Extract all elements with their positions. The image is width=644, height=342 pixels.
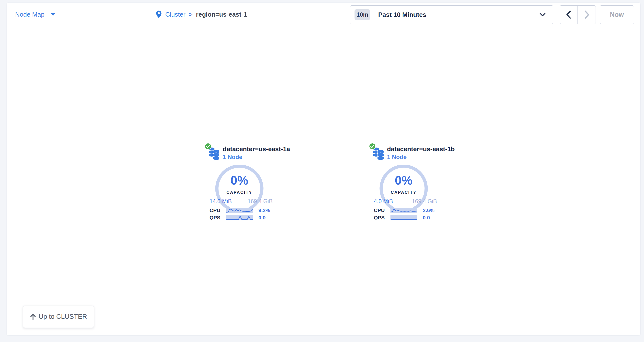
capacity-gauge-ring[interactable] [378, 165, 429, 214]
breadcrumb-separator: > [189, 11, 192, 18]
arrow-up-icon [30, 314, 36, 320]
cpu-metric-row: CPU 9.2% [210, 207, 270, 213]
capacity-total: 169.4 GiB [248, 198, 272, 205]
qps-metric-row: QPS 0.0 [374, 215, 430, 221]
cpu-sparkline [226, 208, 253, 213]
cpu-metric-row: CPU 2.6% [374, 207, 434, 213]
header-bar: Node Map Cluster > region=us-east-1 10m … [6, 3, 640, 26]
capacity-percent: 0% [195, 174, 283, 187]
capacity-gauge-ring[interactable] [214, 165, 265, 214]
caret-down-icon [51, 13, 55, 16]
up-to-cluster-button[interactable]: Up to CLUSTER [23, 306, 94, 328]
view-selector-dropdown[interactable]: Node Map [15, 3, 55, 26]
datacenter-title: datacenter=us-east-1b [387, 145, 455, 153]
capacity-label: CAPACITY [195, 190, 283, 195]
location-pin-icon [156, 10, 162, 18]
datacenter-node-count[interactable]: 1 Node [387, 154, 406, 160]
cpu-value: 2.6% [423, 207, 434, 213]
capacity-used: 14.0 MiB [210, 198, 232, 205]
capacity-used: 4.0 MiB [374, 198, 393, 205]
time-step-back-button[interactable] [560, 5, 578, 24]
chevron-right-icon [584, 10, 590, 19]
healthy-check-icon [205, 143, 212, 150]
capacity-label: CAPACITY [360, 190, 448, 195]
cpu-sparkline [390, 208, 417, 213]
qps-sparkline [390, 215, 417, 220]
capacity-percent: 0% [360, 174, 448, 187]
time-range-dropdown[interactable]: 10m Past 10 Minutes [350, 5, 553, 24]
breadcrumb: Cluster > region=us-east-1 [156, 3, 247, 26]
breadcrumb-current: region=us-east-1 [196, 11, 247, 18]
datacenter-card: datacenter=us-east-1a 1 Node 0% CAPACITY… [195, 143, 283, 226]
time-range-badge: 10m [354, 9, 370, 20]
datacenter-title: datacenter=us-east-1a [223, 145, 290, 153]
qps-value: 0.0 [423, 215, 430, 221]
time-step-buttons [560, 5, 596, 24]
chevron-left-icon [566, 10, 572, 19]
datacenter-node-count[interactable]: 1 Node [223, 154, 242, 160]
qps-sparkline [226, 215, 253, 220]
time-range-label: Past 10 Minutes [378, 11, 426, 18]
qps-value: 0.0 [258, 215, 266, 221]
cpu-value: 9.2% [258, 207, 270, 213]
time-step-forward-button[interactable] [578, 5, 596, 24]
up-to-cluster-label: Up to CLUSTER [39, 313, 87, 321]
healthy-check-icon [369, 143, 376, 150]
node-map-panel: Node Map Cluster > region=us-east-1 10m … [6, 3, 640, 336]
capacity-values-row: 4.0 MiB 169.4 GiB [374, 198, 437, 205]
breadcrumb-cluster-link[interactable]: Cluster [165, 11, 185, 18]
datacenter-card: datacenter=us-east-1b 1 Node 0% CAPACITY… [360, 143, 448, 226]
capacity-total: 169.4 GiB [412, 198, 437, 205]
qps-metric-row: QPS 0.0 [210, 215, 266, 221]
now-button[interactable]: Now [600, 5, 634, 24]
view-selector-label: Node Map [15, 11, 44, 18]
capacity-values-row: 14.0 MiB 169.4 GiB [210, 198, 272, 205]
cpu-label: CPU [374, 207, 390, 213]
cpu-label: CPU [210, 207, 226, 213]
chevron-down-icon [539, 12, 546, 17]
qps-label: QPS [210, 215, 226, 221]
qps-label: QPS [374, 215, 390, 221]
